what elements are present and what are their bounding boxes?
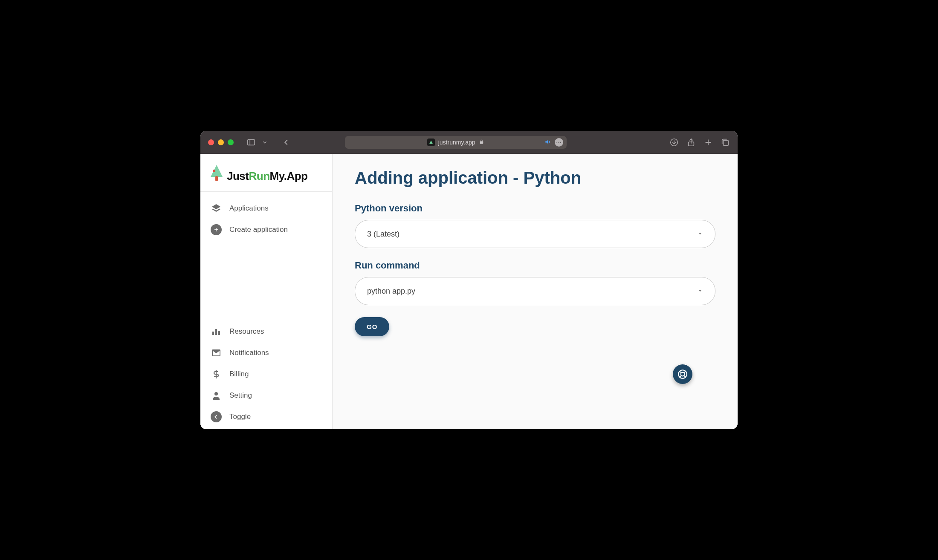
svg-rect-10 xyxy=(215,176,218,181)
svg-line-26 xyxy=(679,375,681,377)
run-command-field: Run command python app.py xyxy=(355,260,715,305)
chevron-down-icon[interactable] xyxy=(262,138,268,147)
person-icon xyxy=(211,390,222,401)
traffic-lights xyxy=(208,139,234,145)
svg-line-23 xyxy=(679,371,681,372)
sidebar-item-label: Billing xyxy=(229,370,249,378)
run-command-select[interactable]: python app.py xyxy=(355,277,715,305)
sidebar-item-notifications[interactable]: Notifications xyxy=(200,342,332,364)
svg-point-11 xyxy=(213,170,215,172)
python-version-value: 3 (Latest) xyxy=(367,230,400,239)
sidebar-item-label: Setting xyxy=(229,391,252,400)
app-content: JustRunMy.App Applications xyxy=(200,154,738,429)
svg-rect-15 xyxy=(215,329,217,335)
sidebar-nav-top: Applications Create application xyxy=(200,192,332,246)
main-content: Adding application - Python Python versi… xyxy=(333,154,738,429)
caret-down-icon xyxy=(697,230,703,239)
sidebar-item-applications[interactable]: Applications xyxy=(200,198,332,219)
sidebar: JustRunMy.App Applications xyxy=(200,154,333,429)
help-fab-button[interactable] xyxy=(673,364,692,384)
sidebar-item-setting[interactable]: Setting xyxy=(200,385,332,406)
close-window-button[interactable] xyxy=(208,139,214,145)
logo-area: JustRunMy.App xyxy=(200,154,332,192)
caret-down-icon xyxy=(697,287,703,296)
address-bar[interactable]: justrunmy.app ⋯ xyxy=(345,136,567,149)
svg-marker-20 xyxy=(699,290,702,292)
arrow-left-circle-icon xyxy=(211,411,222,422)
lock-icon xyxy=(479,139,484,146)
bar-chart-icon xyxy=(211,326,222,337)
python-version-select[interactable]: 3 (Latest) xyxy=(355,220,715,248)
sidebar-item-toggle[interactable]: Toggle xyxy=(200,406,332,427)
svg-line-24 xyxy=(684,375,686,377)
browser-titlebar: justrunmy.app ⋯ xyxy=(200,131,738,154)
logo: JustRunMy.App xyxy=(209,164,324,183)
sidebar-nav-bottom: Resources Notifications xyxy=(200,317,332,429)
logo-text-my: My xyxy=(270,170,284,182)
svg-line-25 xyxy=(684,371,686,372)
logo-text-just: Just xyxy=(227,170,249,182)
run-command-label: Run command xyxy=(355,260,715,271)
logo-text-app: .App xyxy=(284,170,308,182)
reader-menu-icon[interactable]: ⋯ xyxy=(555,138,563,147)
svg-marker-9 xyxy=(211,165,223,177)
svg-rect-14 xyxy=(212,332,214,335)
lifebuoy-icon xyxy=(677,369,688,380)
svg-rect-0 xyxy=(248,140,255,145)
run-command-value: python app.py xyxy=(367,287,415,296)
share-icon[interactable] xyxy=(686,138,696,147)
svg-marker-2 xyxy=(429,141,433,144)
sidebar-item-label: Create application xyxy=(229,225,288,234)
new-tab-icon[interactable] xyxy=(704,138,713,147)
sidebar-item-create-application[interactable]: Create application xyxy=(200,219,332,240)
svg-rect-8 xyxy=(723,140,728,145)
dollar-icon xyxy=(211,369,222,380)
tabs-overview-icon[interactable] xyxy=(721,138,730,147)
python-version-label: Python version xyxy=(355,203,715,214)
mail-icon xyxy=(211,347,222,358)
sidebar-item-billing[interactable]: Billing xyxy=(200,364,332,385)
sidebar-item-label: Resources xyxy=(229,327,264,336)
site-favicon-icon xyxy=(427,139,435,146)
url-text: justrunmy.app xyxy=(438,139,475,146)
sidebar-item-label: Applications xyxy=(229,204,269,213)
sidebar-item-resources[interactable]: Resources xyxy=(200,321,332,342)
python-version-field: Python version 3 (Latest) xyxy=(355,203,715,248)
go-button[interactable]: GO xyxy=(355,317,389,336)
sidebar-item-label: Toggle xyxy=(229,413,251,421)
svg-point-22 xyxy=(681,372,685,376)
sidebar-toggle-icon[interactable] xyxy=(246,138,256,147)
logo-text-run: Run xyxy=(249,170,269,182)
plus-circle-icon xyxy=(211,224,222,235)
browser-window: justrunmy.app ⋯ xyxy=(200,131,738,429)
sound-icon[interactable] xyxy=(544,138,552,147)
svg-point-18 xyxy=(214,392,218,395)
svg-marker-19 xyxy=(699,233,702,234)
maximize-window-button[interactable] xyxy=(228,139,234,145)
minimize-window-button[interactable] xyxy=(218,139,224,145)
sidebar-item-label: Notifications xyxy=(229,349,269,357)
tree-logo-icon xyxy=(209,164,224,183)
page-title: Adding application - Python xyxy=(355,168,715,188)
svg-rect-16 xyxy=(218,331,220,335)
layers-icon xyxy=(211,203,222,214)
downloads-icon[interactable] xyxy=(669,138,679,147)
back-button-icon[interactable] xyxy=(281,138,291,147)
